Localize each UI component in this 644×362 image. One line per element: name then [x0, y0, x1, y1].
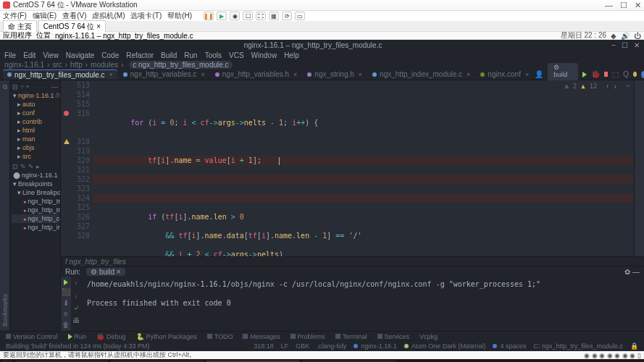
avatar-icon[interactable] [641, 71, 644, 78]
tool-todo[interactable]: TODO [207, 333, 233, 340]
minimize-icon[interactable]: − [611, 41, 616, 49]
maximize-icon[interactable]: ☐ [620, 1, 627, 10]
volume-icon[interactable]: 🔊 [621, 32, 630, 40]
status-indent[interactable]: 4 spaces [493, 342, 526, 350]
run-toolbar[interactable]: ⬛ ⬇ ≡ 🗑 [61, 277, 71, 331]
toolbar-icon[interactable]: ⬚ [612, 70, 619, 78]
tree-folder[interactable]: src [22, 153, 31, 160]
vmware-window-controls[interactable]: — ☐ ✕ [605, 1, 641, 10]
run-toolbar-2[interactable]: ↑ ↓ ⤶ 🖶 [71, 277, 81, 331]
inspection-widget[interactable]: ⚠2 ▲12 ↑ ↓ ~ [564, 82, 630, 91]
status-clang[interactable]: .clang-tidy [317, 342, 346, 350]
vm-toolbar-icon[interactable]: ▭ [295, 12, 305, 20]
status-pos[interactable]: 318:18 [254, 342, 274, 350]
menu-navigate[interactable]: Navigate [66, 51, 94, 59]
ide-bottom-toolbar[interactable]: Version Control Run 🐞Debug 🐍Python Packa… [0, 331, 644, 341]
menu-file[interactable]: File [4, 51, 16, 59]
trash-icon[interactable]: 🗑 [62, 321, 70, 329]
tab-try-files[interactable]: ngx_http_try_files_module.c× [3, 70, 117, 80]
wrap-icon[interactable]: ⤶ [73, 304, 79, 312]
close-icon[interactable]: × [96, 22, 101, 30]
debug-icon[interactable]: 🐞 [591, 70, 600, 78]
lock-icon[interactable]: 🔒 [630, 342, 638, 350]
scrollbar[interactable] [634, 80, 644, 256]
collapse-icon[interactable]: ⊟ [12, 83, 18, 90]
crumb-modules[interactable]: modules [91, 61, 118, 69]
vm-snapshot-icon[interactable]: ◉ [230, 12, 240, 20]
stop-icon[interactable] [604, 72, 608, 77]
maximize-icon[interactable]: ☐ [622, 41, 628, 49]
tool-debug[interactable]: 🐞Debug [96, 333, 126, 340]
close-icon[interactable]: × [359, 71, 362, 78]
power-icon[interactable]: ⏻ [634, 32, 641, 40]
tool-vcs[interactable]: Version Control [6, 333, 58, 340]
tab-variables-h[interactable]: ngx_http_variables.h× [211, 70, 302, 79]
tree-bp-item[interactable]: ngx_http_try_fi [28, 206, 61, 214]
close-icon[interactable]: × [467, 71, 470, 78]
close-icon[interactable]: ✕ [635, 1, 641, 10]
tree-folder[interactable]: conf [22, 109, 35, 117]
menu-run[interactable]: Run [184, 51, 197, 59]
crumb-file[interactable]: c ngx_http_try_files_module.c [129, 61, 232, 69]
run-output[interactable]: /home/euakhls/nginx/nginx-1.16.1/objs/ng… [81, 277, 644, 331]
toolbar-icon[interactable]: ⬇ [63, 299, 69, 307]
vm-toolbar-icon[interactable]: ⛶ [256, 12, 266, 20]
tree-item[interactable]: nginx-1.16.1 [22, 172, 58, 179]
network-icon[interactable]: ◆ [611, 32, 616, 40]
vm-pause-icon[interactable]: ❚❚ [204, 12, 214, 20]
close-icon[interactable]: ✕ [634, 41, 640, 49]
menu-view[interactable]: View [43, 51, 59, 59]
run-config[interactable]: ⚙ build × [86, 268, 125, 276]
tree-folder[interactable]: man [22, 135, 35, 143]
tree-folder[interactable]: contrib [22, 118, 42, 125]
rerun-icon[interactable] [64, 279, 68, 285]
close-icon[interactable]: × [201, 71, 205, 78]
status-lf[interactable]: LF [281, 342, 289, 350]
tree-breakpoints[interactable]: Breakpoints [18, 180, 53, 188]
tool-messages[interactable]: Messages [243, 333, 280, 340]
menu-vcs[interactable]: VCS [229, 51, 244, 59]
menu-build[interactable]: Build [161, 51, 177, 59]
device-icons[interactable]: ◉ ◉ ◉ ◉ ◉ ◉ ◉ ▯ [584, 352, 641, 359]
code-editor[interactable]: ⚠2 ▲12 ↑ ↓ ~ for (i = 0; i < cf->args->n… [93, 80, 634, 256]
apps-menu[interactable]: 应用程序 [3, 30, 32, 41]
tab-nginx-conf[interactable]: nginx.conf× [476, 70, 533, 79]
project-tool-icon[interactable]: ⧉ [3, 83, 7, 91]
crumb-http[interactable]: http [70, 61, 83, 69]
toolbar-icon[interactable]: Q [623, 70, 629, 78]
vm-toolbar-icon[interactable]: ▦ [269, 12, 279, 20]
close-icon[interactable]: × [525, 71, 529, 78]
menu-code[interactable]: Code [101, 51, 119, 59]
crumb-root[interactable]: nginx-1.16.1 [4, 61, 44, 69]
menu-tabs[interactable]: 选项卡(T) [130, 11, 162, 21]
tree-bp-item[interactable]: ngx_http_core_ [28, 215, 61, 222]
menu-refactor[interactable]: Refactor [126, 51, 154, 59]
down-icon[interactable]: ↓ [75, 292, 78, 300]
tree-root[interactable]: nginx-1.16.1 [18, 92, 54, 99]
bookmarks-tool[interactable]: Bookmarks [1, 294, 9, 327]
run-icon[interactable] [582, 72, 587, 77]
left-tool-strip[interactable]: ⧉ Bookmarks [0, 80, 10, 331]
close-icon[interactable]: × [109, 71, 113, 78]
minimize-icon[interactable]: — [605, 1, 613, 10]
tool-python[interactable]: 🐍Python Packages [136, 333, 197, 340]
tree-line-bp[interactable]: Line Breakpoints [22, 189, 61, 196]
marks-gutter[interactable] [61, 80, 71, 256]
status-context[interactable]: nginx-1.16.1 [354, 342, 397, 350]
toolbar-icon[interactable]: ⊡ [12, 163, 18, 170]
places-menu[interactable]: 位置 [36, 30, 51, 41]
vmware-tabstrip[interactable]: 命 主页 CentOS 7 64 位 × [0, 21, 644, 31]
vm-toolbar-icon[interactable]: ⟳ [282, 12, 292, 20]
vm-play-icon[interactable]: ▶ [217, 12, 227, 20]
tree-folder[interactable]: html [22, 127, 35, 134]
tool-problems[interactable]: Problems [290, 333, 325, 340]
menu-help[interactable]: 帮助(H) [167, 11, 192, 21]
tool-vcpkg[interactable]: Vcpkg [419, 333, 438, 340]
ide-editor-tabs[interactable]: ngx_http_try_files_module.c× ngx_http_va… [0, 69, 644, 80]
crumb-src[interactable]: src [52, 61, 62, 69]
close-icon[interactable]: × [293, 71, 297, 78]
tool-run[interactable]: Run [68, 333, 87, 340]
stop-icon[interactable]: ⬛ [62, 288, 70, 296]
run-tool-window[interactable]: Run: ⚙ build × ✿ — ⬛ ⬇ ≡ 🗑 ↑ ↓ [61, 266, 644, 331]
print-icon[interactable]: 🖶 [72, 316, 80, 324]
